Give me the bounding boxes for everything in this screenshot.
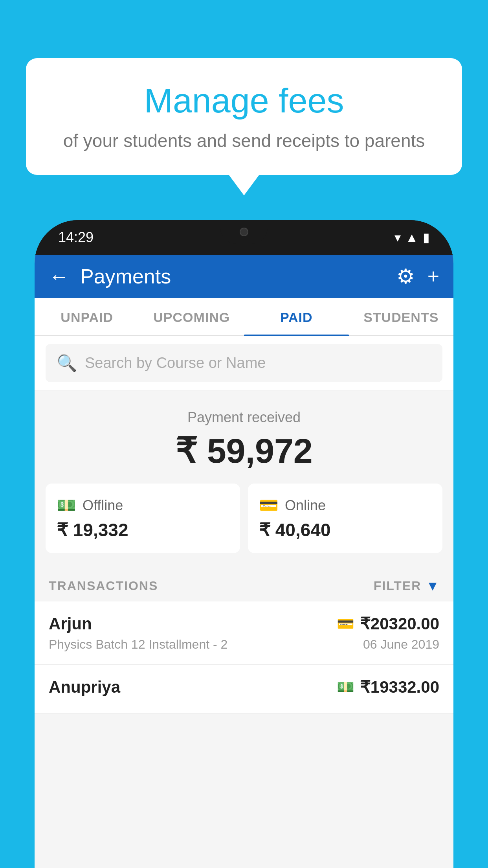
transaction-detail-1: Physics Batch 12 Installment - 2 xyxy=(49,637,227,652)
status-bar: 14:29 ▾ ▲ ▮ xyxy=(35,220,453,255)
search-icon: 🔍 xyxy=(57,353,77,373)
online-icon: 💳 xyxy=(259,496,279,515)
header-left: ← Payments xyxy=(49,265,171,288)
online-card-header: 💳 Online xyxy=(259,496,431,515)
tab-unpaid[interactable]: UNPAID xyxy=(35,298,139,335)
camera xyxy=(240,228,248,236)
header-right: ⚙ + xyxy=(396,265,439,288)
speech-bubble-container: Manage fees of your students and send re… xyxy=(26,58,462,175)
transaction-name-1: Arjun xyxy=(49,614,92,633)
filter-wrap[interactable]: FILTER ▼ xyxy=(374,578,439,594)
transaction-row-2[interactable]: Anupriya 💵 ₹19332.00 xyxy=(35,665,453,714)
transaction-name-2: Anupriya xyxy=(49,678,120,697)
offline-payment-card: 💵 Offline ₹ 19,332 xyxy=(46,484,240,553)
transaction-top-2: Anupriya 💵 ₹19332.00 xyxy=(49,677,439,697)
transactions-label: TRANSACTIONS xyxy=(49,579,158,593)
battery-icon: ▮ xyxy=(423,230,430,245)
online-payment-card: 💳 Online ₹ 40,640 xyxy=(248,484,442,553)
filter-icon: ▼ xyxy=(426,578,439,594)
transaction-amount-2: ₹19332.00 xyxy=(360,677,439,697)
notch xyxy=(220,220,268,244)
add-icon[interactable]: + xyxy=(427,265,439,288)
online-label: Online xyxy=(285,497,326,514)
phone-frame: 14:29 ▾ ▲ ▮ ← Payments ⚙ + UNPAID UPCOMI… xyxy=(35,220,453,868)
offline-amount: ₹ 19,332 xyxy=(57,519,229,541)
transaction-bottom-1: Physics Batch 12 Installment - 2 06 June… xyxy=(49,637,439,652)
wifi-icon: ▾ xyxy=(394,230,401,245)
offline-card-header: 💵 Offline xyxy=(57,496,229,515)
transactions-header: TRANSACTIONS FILTER ▼ xyxy=(35,567,453,601)
transaction-amount-wrap-1: 💳 ₹20320.00 xyxy=(337,614,439,633)
filter-label: FILTER xyxy=(374,579,422,593)
tabs-bar: UNPAID UPCOMING PAID STUDENTS xyxy=(35,298,453,336)
tab-paid[interactable]: PAID xyxy=(244,298,349,335)
search-placeholder: Search by Course or Name xyxy=(85,355,266,371)
header-title: Payments xyxy=(80,265,171,288)
speech-bubble: Manage fees of your students and send re… xyxy=(26,58,462,175)
back-button[interactable]: ← xyxy=(49,266,69,287)
tab-students[interactable]: STUDENTS xyxy=(349,298,454,335)
transaction-date-1: 06 June 2019 xyxy=(363,637,439,652)
search-container: 🔍 Search by Course or Name xyxy=(35,336,453,390)
tab-upcoming[interactable]: UPCOMING xyxy=(139,298,244,335)
transaction-type-icon-2: 💵 xyxy=(337,679,354,695)
search-bar[interactable]: 🔍 Search by Course or Name xyxy=(46,344,442,382)
offline-icon: 💵 xyxy=(57,496,76,515)
payment-summary: Payment received ₹ 59,972 💵 Offline ₹ 19… xyxy=(35,390,453,567)
signal-icon: ▲ xyxy=(405,230,418,245)
status-icons: ▾ ▲ ▮ xyxy=(394,230,430,245)
bubble-subtitle: of your students and send receipts to pa… xyxy=(57,129,431,153)
bubble-title: Manage fees xyxy=(57,82,431,120)
payment-received-label: Payment received xyxy=(46,409,442,426)
payment-total-amount: ₹ 59,972 xyxy=(46,430,442,471)
online-amount: ₹ 40,640 xyxy=(259,519,431,541)
settings-icon[interactable]: ⚙ xyxy=(396,265,415,288)
transaction-amount-wrap-2: 💵 ₹19332.00 xyxy=(337,677,439,697)
app-screen: ← Payments ⚙ + UNPAID UPCOMING PAID STUD… xyxy=(35,255,453,868)
transaction-amount-1: ₹20320.00 xyxy=(360,614,439,633)
transaction-type-icon-1: 💳 xyxy=(337,616,354,632)
payment-cards: 💵 Offline ₹ 19,332 💳 Online ₹ 40,640 xyxy=(46,484,442,553)
transaction-top-1: Arjun 💳 ₹20320.00 xyxy=(49,614,439,633)
app-header: ← Payments ⚙ + xyxy=(35,255,453,298)
transaction-row[interactable]: Arjun 💳 ₹20320.00 Physics Batch 12 Insta… xyxy=(35,601,453,665)
offline-label: Offline xyxy=(83,497,123,514)
status-time: 14:29 xyxy=(58,229,94,246)
